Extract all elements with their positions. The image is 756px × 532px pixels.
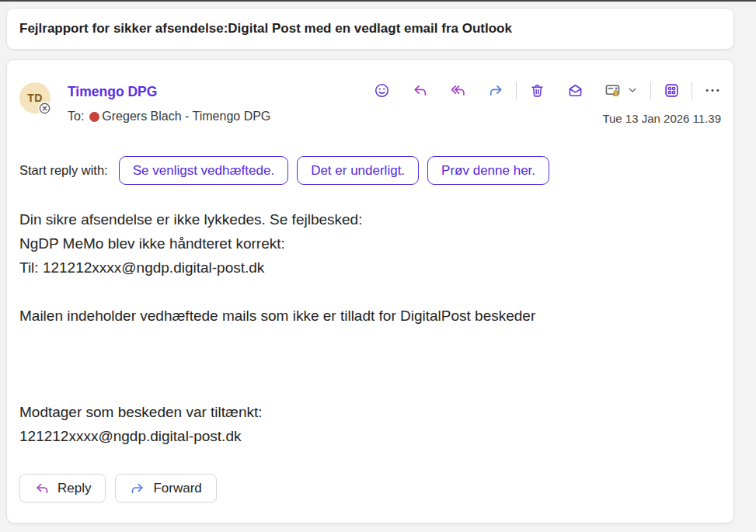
forward-action-label: Forward xyxy=(153,481,201,496)
forward-icon xyxy=(488,82,504,99)
apps-button[interactable] xyxy=(663,82,680,99)
body-line xyxy=(19,328,535,352)
body-line: NgDP MeMo blev ikke håndteret korrekt: xyxy=(19,231,535,256)
body-line: 121212xxxx@ngdp.digital-post.dk xyxy=(19,424,535,448)
read-unread-dropdown[interactable] xyxy=(626,82,639,99)
reactions-button[interactable] xyxy=(373,82,390,99)
body-line: Til: 121212xxxx@ngdp.digital-post.dk xyxy=(19,256,535,280)
recipient-row: To: Gregers Blach - Timengo DPG xyxy=(68,110,270,123)
bottom-actions: Reply Forward xyxy=(19,474,226,502)
to-label: To: xyxy=(68,110,84,123)
suggested-replies-label: Start reply with: xyxy=(19,163,108,178)
body-line xyxy=(19,352,535,376)
email-subject: Fejlrapport for sikker afsendelse:Digita… xyxy=(19,21,512,37)
trash-icon xyxy=(529,82,545,99)
message-toolbar xyxy=(373,81,721,99)
body-line: Din sikre afsendelse er ikke lykkedes. S… xyxy=(19,207,535,231)
reply-button[interactable] xyxy=(411,82,428,99)
read-unread-icon xyxy=(604,82,622,99)
toolbar-divider xyxy=(650,82,651,99)
suggested-reply-3[interactable]: Prøv denne her. xyxy=(427,156,549,185)
toolbar-divider xyxy=(692,82,692,99)
message-card: TD Timengo DPG To: Gregers Blach - Timen… xyxy=(6,59,734,523)
smiley-icon xyxy=(374,82,390,99)
forward-button[interactable] xyxy=(487,82,504,99)
reply-action-label: Reply xyxy=(57,481,91,496)
mark-read-button[interactable] xyxy=(566,82,584,99)
sender-avatar[interactable]: TD xyxy=(19,82,51,113)
reply-icon xyxy=(412,82,428,99)
body-line xyxy=(19,376,535,400)
apps-grid-icon xyxy=(664,82,680,99)
recipient-name[interactable]: Gregers Blach - Timengo DPG xyxy=(102,110,270,123)
blocked-circle-x-icon xyxy=(39,103,51,114)
outlook-reading-pane: { "window": { "subject": "Fejlrapport fo… xyxy=(0,0,756,532)
subject-header-card: Fejlrapport for sikker afsendelse:Digita… xyxy=(6,8,734,50)
forward-icon xyxy=(130,481,145,496)
body-line: Mailen indeholder vedhæftede mails som i… xyxy=(19,304,535,328)
forward-action-button[interactable]: Forward xyxy=(115,474,216,502)
reply-all-icon xyxy=(450,82,466,99)
message-date: Tue 13 Jan 2026 11.39 xyxy=(602,112,721,125)
blocked-sender-badge xyxy=(38,102,51,115)
reply-all-button[interactable] xyxy=(449,82,466,99)
more-options-button[interactable] xyxy=(704,82,721,99)
body-line xyxy=(19,280,535,304)
body-line: Modtager som beskeden var tiltænkt: xyxy=(19,400,535,424)
presence-busy-icon xyxy=(89,112,99,122)
read-unread-button[interactable] xyxy=(604,82,622,99)
suggested-replies-row: Start reply with: Se venligst vedhæftede… xyxy=(19,156,558,185)
reply-action-button[interactable]: Reply xyxy=(19,474,106,502)
reply-icon xyxy=(34,481,50,496)
chevron-down-icon xyxy=(627,85,638,96)
sender-name[interactable]: Timengo DPG xyxy=(68,84,157,100)
suggested-reply-2[interactable]: Det er underligt. xyxy=(297,156,419,185)
toolbar-divider xyxy=(516,82,517,99)
email-body: Din sikre afsendelse er ikke lykkedes. S… xyxy=(19,207,535,448)
delete-button[interactable] xyxy=(528,82,545,99)
mail-read-icon xyxy=(567,82,584,99)
suggested-reply-1[interactable]: Se venligst vedhæftede. xyxy=(119,156,288,185)
ellipsis-icon xyxy=(704,82,721,99)
